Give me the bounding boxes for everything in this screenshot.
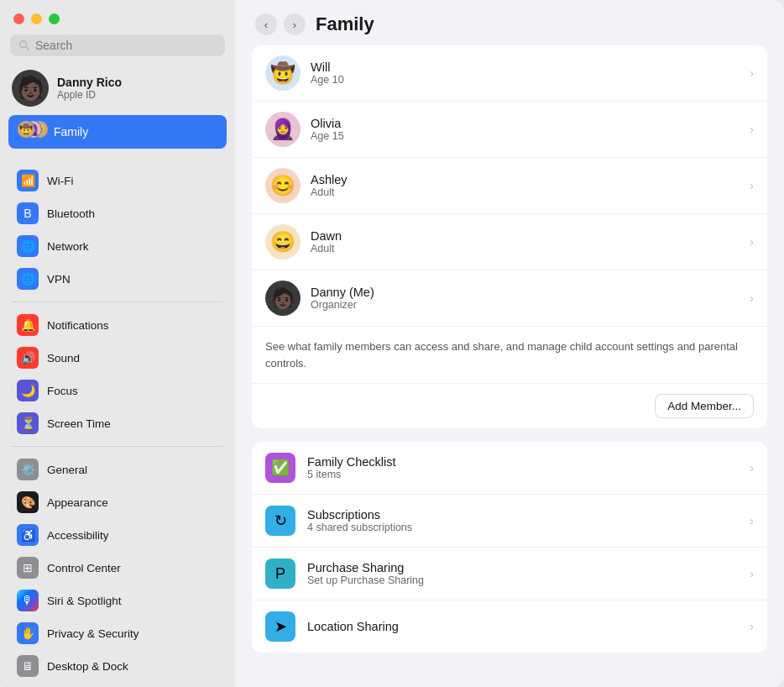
user-name: Danny Rico xyxy=(57,76,122,89)
chevron-right-icon: › xyxy=(750,123,754,136)
chevron-right-icon: › xyxy=(750,514,754,527)
feature-sub: 5 items xyxy=(307,469,738,480)
vpn-icon: 🌐 xyxy=(17,268,39,290)
sidebar-item-label-privacy: Privacy & Security xyxy=(47,627,139,640)
back-button[interactable]: ‹ xyxy=(255,13,277,35)
member-name: Danny (Me) xyxy=(311,286,740,299)
sidebar-item-general[interactable]: ⚙️ General xyxy=(5,454,230,485)
sidebar-item-siri[interactable]: 🎙 Siri & Spotlight xyxy=(5,585,230,616)
feature-info: Subscriptions 4 shared subscriptions xyxy=(307,508,738,533)
sidebar-item-desktop[interactable]: 🖥 Desktop & Dock xyxy=(5,650,230,682)
sidebar-item-label-general: General xyxy=(47,464,87,476)
svg-line-1 xyxy=(26,47,29,50)
network-icon: 🌐 xyxy=(17,235,39,257)
family-avatars: 🤠 🧕 😊 xyxy=(17,120,47,144)
member-name: Will xyxy=(311,60,740,74)
forward-button[interactable]: › xyxy=(284,13,306,35)
member-role: Age 10 xyxy=(311,74,740,86)
member-name: Dawn xyxy=(311,229,740,243)
add-member-button[interactable]: Add Member... xyxy=(655,394,754,418)
sidebar-divider-2 xyxy=(12,302,223,302)
feature-row-subscriptions[interactable]: ↻ Subscriptions 4 shared subscriptions › xyxy=(252,495,767,548)
avatar: 🧑🏿 xyxy=(12,70,49,107)
chevron-right-icon: › xyxy=(750,620,754,633)
sidebar-item-accessibility[interactable]: ♿ Accessibility xyxy=(5,519,230,551)
sidebar-item-vpn[interactable]: 🌐 VPN xyxy=(5,263,230,295)
table-row[interactable]: 🧕 Olivia Age 15 › xyxy=(252,102,767,158)
siri-icon: 🎙 xyxy=(17,590,39,611)
description-text: See what family members can access and s… xyxy=(252,326,767,383)
sidebar-item-notifications[interactable]: 🔔 Notifications xyxy=(5,309,230,341)
checklist-icon: ✅ xyxy=(265,453,295,483)
general-icon: ⚙️ xyxy=(17,459,39,480)
members-card: 🤠 Will Age 10 › 🧕 Olivia Age 15 › 😊 Ashl… xyxy=(252,45,767,428)
member-name: Olivia xyxy=(311,117,740,130)
main-content: ‹ › Family 🤠 Will Age 10 › 🧕 Olivia Age … xyxy=(235,0,784,687)
sidebar: Search 🧑🏿 Danny Rico Apple ID 🤠 🧕 😊 Fami… xyxy=(0,0,235,687)
features-list: ✅ Family Checklist 5 items › ↻ Subscript… xyxy=(252,442,767,653)
sidebar-item-label-siri: Siri & Spotlight xyxy=(47,595,122,607)
feature-sub: 4 shared subscriptions xyxy=(307,522,738,533)
sidebar-item-family[interactable]: 🤠 🧕 😊 Family xyxy=(8,115,227,149)
search-placeholder: Search xyxy=(35,39,72,52)
table-row[interactable]: 😊 Ashley Adult › xyxy=(252,158,767,214)
member-avatar: 🤠 xyxy=(265,55,301,91)
sidebar-item-label-desktop: Desktop & Dock xyxy=(47,660,128,673)
sidebar-item-network[interactable]: 🌐 Network xyxy=(5,230,230,262)
sidebar-item-controlcenter[interactable]: ⊞ Control Center xyxy=(5,552,230,584)
member-name: Ashley xyxy=(311,173,740,186)
minimize-button[interactable] xyxy=(31,13,42,24)
accessibility-icon: ♿ xyxy=(17,524,39,546)
member-avatar: 🧑🏿 xyxy=(265,281,301,316)
member-role: Adult xyxy=(311,186,740,198)
sidebar-item-screentime[interactable]: ⏳ Screen Time xyxy=(5,407,230,439)
member-info: Will Age 10 xyxy=(311,60,740,86)
sidebar-item-label-accessibility: Accessibility xyxy=(47,529,109,542)
search-box[interactable]: Search xyxy=(10,34,225,56)
sidebar-item-label-appearance: Appearance xyxy=(47,496,108,509)
sidebar-item-label-focus: Focus xyxy=(47,385,78,397)
feature-info: Family Checklist 5 items xyxy=(307,455,738,480)
members-list: 🤠 Will Age 10 › 🧕 Olivia Age 15 › 😊 Ashl… xyxy=(252,45,767,326)
location-icon: ➤ xyxy=(265,611,295,642)
sidebar-item-label-vpn: VPN xyxy=(47,273,71,286)
table-row[interactable]: 🤠 Will Age 10 › xyxy=(252,45,767,102)
feature-row-purchase[interactable]: P Purchase Sharing Set up Purchase Shari… xyxy=(252,548,767,600)
sidebar-item-appearance[interactable]: 🎨 Appearance xyxy=(5,486,230,518)
feature-row-checklist[interactable]: ✅ Family Checklist 5 items › xyxy=(252,442,767,495)
sidebar-item-sound[interactable]: 🔊 Sound xyxy=(5,342,230,374)
member-role: Adult xyxy=(311,243,740,254)
main-header: ‹ › Family xyxy=(235,0,784,45)
member-role: Age 15 xyxy=(311,130,740,142)
sidebar-item-bluetooth[interactable]: B Bluetooth xyxy=(5,197,230,229)
user-subtitle: Apple ID xyxy=(57,89,122,101)
maximize-button[interactable] xyxy=(49,13,60,24)
features-card: ✅ Family Checklist 5 items › ↻ Subscript… xyxy=(252,442,767,653)
chevron-right-icon: › xyxy=(750,461,754,475)
sidebar-item-wifi[interactable]: 📶 Wi-Fi xyxy=(5,165,230,197)
table-row[interactable]: 😄 Dawn Adult › xyxy=(252,214,767,270)
member-info: Danny (Me) Organizer xyxy=(311,286,740,311)
feature-row-location[interactable]: ➤ Location Sharing › xyxy=(252,600,767,653)
family-avatar-1: 🤠 xyxy=(17,120,35,139)
screentime-icon: ⏳ xyxy=(17,412,39,434)
table-row[interactable]: 🧑🏿 Danny (Me) Organizer › xyxy=(252,270,767,326)
close-button[interactable] xyxy=(13,13,24,24)
avatar-emoji: 🧑🏿 xyxy=(16,76,45,100)
sidebar-item-label-controlcenter: Control Center xyxy=(47,562,121,574)
chevron-right-icon: › xyxy=(750,179,754,192)
member-role: Organizer xyxy=(311,299,740,311)
wifi-icon: 📶 xyxy=(17,170,39,191)
sidebar-divider-3 xyxy=(12,446,223,447)
member-avatar: 😄 xyxy=(265,224,301,260)
sidebar-items: 📶 Wi-Fi B Bluetooth 🌐 Network 🌐 VPN 🔔 No… xyxy=(0,164,235,683)
feature-name: Location Sharing xyxy=(307,620,738,633)
feature-name: Family Checklist xyxy=(307,455,738,469)
user-profile[interactable]: 🧑🏿 Danny Rico Apple ID xyxy=(0,63,235,113)
notifications-icon: 🔔 xyxy=(17,314,39,336)
sidebar-item-privacy[interactable]: ✋ Privacy & Security xyxy=(5,617,230,649)
feature-sub: Set up Purchase Sharing xyxy=(307,574,738,586)
sidebar-item-label-screentime: Screen Time xyxy=(47,417,111,430)
chevron-right-icon: › xyxy=(750,291,754,305)
sidebar-item-focus[interactable]: 🌙 Focus xyxy=(5,375,230,406)
